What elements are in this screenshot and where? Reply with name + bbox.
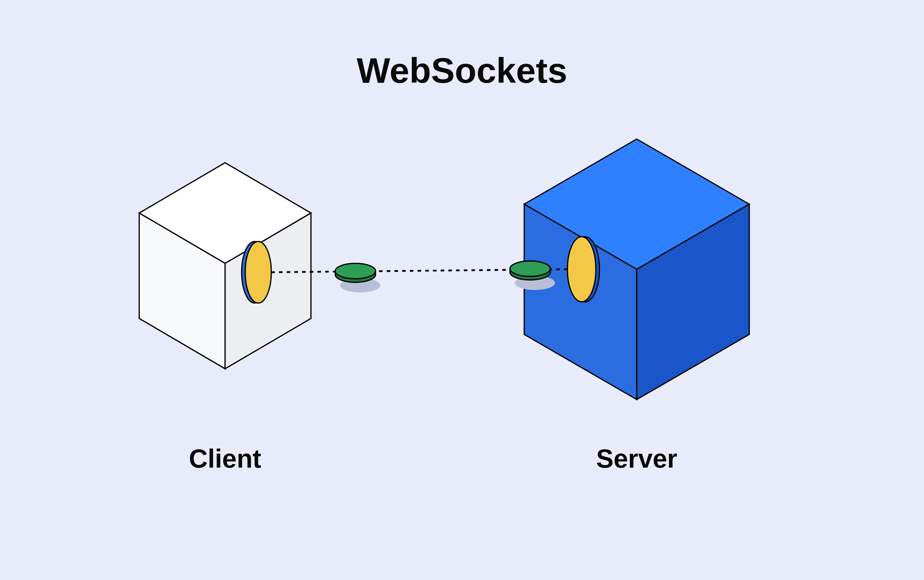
client-port-front <box>245 241 271 303</box>
packet-left-top <box>335 263 375 278</box>
diagram-svg: WebSockets <box>0 0 924 580</box>
diagram-stage: WebSockets <box>0 0 924 580</box>
packet-right-top <box>510 261 550 277</box>
packet-left <box>335 263 380 292</box>
client-cube <box>139 163 311 369</box>
client-port <box>242 241 271 303</box>
server-label: Server <box>596 444 677 473</box>
client-label: Client <box>189 444 261 473</box>
server-port <box>568 237 599 302</box>
server-port-front <box>568 237 596 302</box>
packet-right <box>510 261 555 290</box>
diagram-title: WebSockets <box>356 51 568 90</box>
